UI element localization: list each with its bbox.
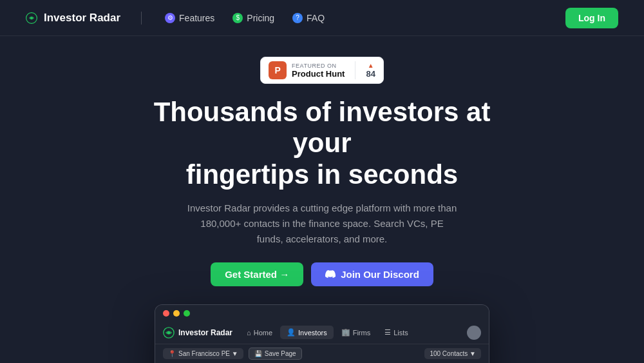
svg-point-3 (167, 331, 171, 335)
app-logo-icon (163, 327, 175, 338)
app-screenshot: Investor Radar ⌂ Home 👤 Investors 🏢 Firm… (155, 304, 489, 363)
contacts-count[interactable]: 100 Contacts ▼ (424, 348, 481, 359)
discord-label: Join Our Discord (341, 269, 419, 280)
faq-icon: ? (292, 13, 303, 23)
app-nav-lists[interactable]: ☰ Lists (378, 326, 415, 339)
minimize-window-dot (173, 310, 180, 317)
nav-features[interactable]: ⚙ Features (157, 9, 222, 27)
login-button[interactable]: Log In (565, 8, 618, 28)
app-appbar: Investor Radar ⌂ Home 👤 Investors 🏢 Firm… (155, 322, 489, 344)
navbar: Investor Radar ⚙ Features $ Pricing ? FA… (0, 0, 644, 36)
nav-features-label: Features (179, 13, 214, 23)
hero-title-line1: Thousands of investors at your (154, 97, 491, 158)
app-name-label: Investor Radar (178, 328, 232, 337)
hero-title-line2: fingertips in seconds (186, 159, 458, 190)
ph-arrow-icon: ▲ (368, 62, 374, 69)
nav-links: ⚙ Features $ Pricing ? FAQ (157, 9, 565, 27)
get-started-button[interactable]: Get Started → (211, 262, 303, 286)
product-hunt-badge: P FEATURED ON Product Hunt ▲ 84 (260, 57, 384, 84)
avatar (467, 326, 481, 340)
location-icon: 📍 (168, 350, 176, 357)
ph-upvote: ▲ 84 (366, 62, 375, 79)
home-icon: ⌂ (247, 329, 251, 337)
brand: Investor Radar (26, 12, 120, 25)
lists-icon: ☰ (384, 328, 391, 337)
app-nav-investors[interactable]: 👤 Investors (280, 326, 334, 339)
ph-featured-text: FEATURED ON (292, 63, 336, 69)
brand-logo-icon (26, 12, 37, 24)
window-titlebar (155, 305, 489, 322)
maximize-window-dot (184, 310, 190, 317)
ph-divider (355, 61, 355, 79)
hero-title: Thousands of investors at your fingertip… (129, 97, 515, 190)
firms-label: Firms (353, 329, 371, 337)
pricing-icon: $ (232, 13, 243, 23)
nav-divider (141, 12, 142, 25)
discord-icon (325, 269, 336, 279)
nav-faq-label: FAQ (307, 13, 325, 23)
lists-label: Lists (393, 329, 408, 337)
hero-buttons: Get Started → Join Our Discord (211, 262, 433, 286)
hero-section: P FEATURED ON Product Hunt ▲ 84 Thousand… (0, 36, 644, 363)
nav-pricing-label: Pricing (247, 13, 274, 23)
discord-button[interactable]: Join Our Discord (311, 262, 433, 286)
ph-name-text: Product Hunt (292, 69, 345, 79)
app-nav-firms[interactable]: 🏢 Firms (335, 326, 377, 339)
location-filter[interactable]: 📍 San Francisco PE ▼ (163, 348, 243, 359)
home-label: Home (254, 329, 272, 337)
ph-logo-icon: P (269, 61, 287, 79)
app-nav: ⌂ Home 👤 Investors 🏢 Firms ☰ Lists (240, 326, 459, 339)
ph-count: 84 (366, 69, 375, 79)
app-brand: Investor Radar (163, 327, 232, 338)
location-label: San Francisco PE ▼ (178, 350, 238, 357)
close-window-dot (163, 310, 169, 317)
firms-icon: 🏢 (341, 328, 350, 337)
investors-label: Investors (298, 329, 327, 337)
save-icon: 💾 (254, 350, 262, 357)
save-page-button[interactable]: 💾 Save Page (249, 348, 302, 360)
app-toolbar: 📍 San Francisco PE ▼ 💾 Save Page 100 Con… (155, 344, 489, 363)
investors-icon: 👤 (287, 328, 296, 337)
brand-name: Investor Radar (44, 12, 120, 25)
app-nav-home[interactable]: ⌂ Home (240, 326, 279, 339)
contacts-label: 100 Contacts ▼ (430, 350, 476, 357)
nav-faq[interactable]: ? FAQ (285, 9, 332, 27)
features-icon: ⚙ (165, 13, 175, 23)
nav-pricing[interactable]: $ Pricing (225, 9, 282, 27)
svg-point-1 (30, 17, 33, 19)
save-label: Save Page (265, 350, 296, 357)
hero-subtitle: Investor Radar provides a cutting edge p… (187, 201, 457, 247)
